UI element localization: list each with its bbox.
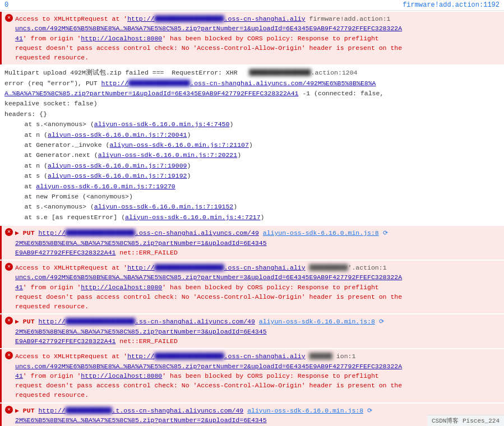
error-1-url[interactable]: http://██████████████████.oss-cn-shangha… xyxy=(127,15,305,22)
stack-link-7[interactable]: aliyun-oss-sdk-6.16.0.min.js:7:19270 xyxy=(36,183,175,190)
error-block-2: ✕ Access to XMLHttpRequest at 'http://██… xyxy=(0,261,504,313)
error-1-origin[interactable]: http://localhost:8080 xyxy=(81,35,162,42)
path-url-info[interactable]: A…%BA%A7%E5%8C%85.zip?partNumber=1&uploa… xyxy=(4,90,299,97)
error-icon-put2: ✕ xyxy=(5,317,13,325)
stack-8: at new Promise (<anonymous>) xyxy=(4,192,500,202)
put-3-sdk[interactable]: aliyun-oss-sdk-6.16.0.min.js:8 xyxy=(247,407,363,414)
stack-link-4[interactable]: aliyun-oss-sdk-6.16.0.min.js:7:20221 xyxy=(98,151,237,159)
stack-9: at s.<anonymous> (aliyun-oss-sdk-6.16.0.… xyxy=(4,202,500,212)
put-2-sdk[interactable]: aliyun-oss-sdk-6.16.0.min.js:8 xyxy=(259,318,375,325)
error-3-origin[interactable]: http://localhost:8080 xyxy=(81,372,162,379)
error-icon-2: ✕ xyxy=(5,263,13,271)
header-right-link: firmware!add.action:1192 xyxy=(403,1,500,9)
error-content-2: Access to XMLHttpRequest at 'http://████… xyxy=(15,263,500,311)
error-3-url3[interactable]: 41 xyxy=(15,372,23,379)
error-2-url3[interactable]: 41 xyxy=(15,284,23,291)
put-block-1: ✕ ▶ PUT http://██████████████████.oss-cn… xyxy=(0,226,504,260)
put-3-url[interactable]: http://████████████.t.oss-cn-shanghai.al… xyxy=(38,407,243,414)
stack-7: at aliyun-oss-sdk-6.16.0.min.js:7:19270 xyxy=(4,182,500,192)
put-content-2: ▶ PUT http://██████████████████.ss-cn-sh… xyxy=(15,317,500,346)
error-1-url2[interactable]: uncs.com/492M%E6%B5%8B%E8%A…%BA%A7%E5%8C… xyxy=(15,25,402,32)
path-line: A…%BA%A7%E5%8C%85.zip?partNumber=1&uploa… xyxy=(4,89,500,99)
headers-line: headers: {} xyxy=(4,109,500,119)
stack-link-10[interactable]: aliyun-oss-sdk-6.16.0.min.js:4:7217 xyxy=(125,214,261,221)
put-2-url[interactable]: http://██████████████████.ss-cn-shanghai… xyxy=(38,318,255,325)
multipart-line: Multipart upload 492M测试包.zip failed === … xyxy=(4,68,500,78)
footer-text: CSDN博客 Pisces_224 xyxy=(432,418,500,424)
put-1-uploadid[interactable]: E9AB9F427792FFEFC328322A41 xyxy=(15,249,115,256)
stack-6: at s (aliyun-oss-sdk-6.16.0.min.js:7:191… xyxy=(4,171,500,181)
error-icon-1: ✕ xyxy=(5,14,13,22)
stack-link-5[interactable]: aliyun-oss-sdk-6.16.0.min.js:7:19009 xyxy=(48,162,187,169)
error-3-url2[interactable]: uncs.com/492M%E6%B5%8B%E8%A…%BA%A7%E5%8C… xyxy=(15,363,402,370)
stack-link-9[interactable]: aliyun-oss-sdk-6.16.0.min.js:7:19152 xyxy=(94,203,233,210)
error-2-origin[interactable]: http://localhost:8080 xyxy=(81,284,162,291)
header-left-link[interactable]: 0 xyxy=(4,1,8,9)
footer-bar: CSDN博客 Pisces_224 xyxy=(427,415,504,426)
stack-link-3[interactable]: aliyun-oss-sdk-6.16.0.min.js:7:21107 xyxy=(109,141,248,149)
error-content-3: Access to XMLHttpRequest at 'http://████… xyxy=(15,351,500,400)
keepalive-line: keepalive socket: false) xyxy=(4,99,500,109)
stack-link-1[interactable]: aliyun-oss-sdk-6.16.0.min.js:4:7450 xyxy=(94,121,230,128)
error-3-url[interactable]: http://██████████████████.oss-cn-shangha… xyxy=(127,353,305,360)
put-2-uploadid[interactable]: E9AB9F427792FFEFC328322A41 xyxy=(15,337,115,345)
info-block-1: Multipart upload 492M测试包.zip failed === … xyxy=(0,66,504,225)
error-2-url[interactable]: http://██████████████████.oss-cn-shangha… xyxy=(127,264,305,271)
error-1-url3[interactable]: 41 xyxy=(15,35,23,42)
stack-3: at Generator._invoke (aliyun-oss-sdk-6.1… xyxy=(4,140,500,150)
stack-2: at n (aliyun-oss-sdk-6.16.0.min.js:7:200… xyxy=(4,130,500,140)
put-1-path[interactable]: 2M%E6%B5%8B%E8%A…%BA%A7%E5%8C%85.zip?par… xyxy=(15,239,267,247)
stack-1: at s.<anonymous> (aliyun-oss-sdk-6.16.0.… xyxy=(4,119,500,129)
error-block-1: ✕ Access to XMLHttpRequest at 'http://██… xyxy=(0,12,504,64)
error-2-url2[interactable]: uncs.com/492M%E6%B5%8B%E8%A…%BA%A7%E5%8C… xyxy=(15,274,402,281)
header-bar: 0 firmware!add.action:1192 xyxy=(0,0,504,11)
put-block-2: ✕ ▶ PUT http://██████████████████.ss-cn-… xyxy=(0,314,504,348)
put-url-info[interactable]: http://████████████████.oss-cn-shanghai.… xyxy=(101,80,376,87)
error-content-1: Access to XMLHttpRequest at 'http://████… xyxy=(15,14,500,62)
put-3-path[interactable]: 2M%E6%B5%8B%E8%A…%BA%A7%E5%8C%85.zip?par… xyxy=(15,416,267,424)
stack-link-2[interactable]: aliyun-oss-sdk-6.16.0.min.js:7:20041 xyxy=(48,131,187,138)
stack-10: at s.e [as requestError] (aliyun-oss-sdk… xyxy=(4,212,500,223)
stack-link-6[interactable]: aliyun-oss-sdk-6.16.0.min.js:7:19192 xyxy=(48,172,187,179)
error-icon-put3: ✕ xyxy=(5,406,13,414)
error-req-line: error (req "error"), PUT http://████████… xyxy=(4,78,500,89)
error-block-3: ✕ Access to XMLHttpRequest at 'http://██… xyxy=(0,349,504,402)
put-content-1: ▶ PUT http://██████████████████.oss-cn-s… xyxy=(15,228,500,257)
console-container: 0 firmware!add.action:1192 ✕ Access to X… xyxy=(0,0,504,426)
error-icon-put1: ✕ xyxy=(5,228,13,236)
put-1-sdk[interactable]: aliyun-oss-sdk-6.16.0.min.js:8 xyxy=(263,229,379,237)
put-1-url[interactable]: http://██████████████████.oss-cn-shangha… xyxy=(38,229,258,237)
stack-5: at n (aliyun-oss-sdk-6.16.0.min.js:7:190… xyxy=(4,161,500,171)
stack-4: at Generator.next (aliyun-oss-sdk-6.16.0… xyxy=(4,150,500,160)
error-icon-3: ✕ xyxy=(5,351,13,359)
put-2-path[interactable]: 2M%E6%B5%8B%E8%A…%BA%A7%E5%8C%85.zip?par… xyxy=(15,328,267,335)
